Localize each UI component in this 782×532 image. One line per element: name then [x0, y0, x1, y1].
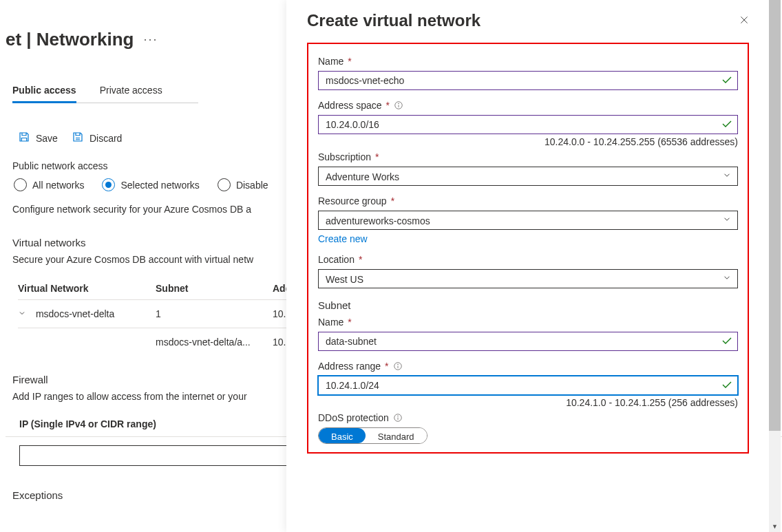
- close-icon: [739, 16, 749, 27]
- name-label-text: Name: [318, 56, 344, 67]
- vnet-table: Virtual Network Subnet Add msdocs-vnet-d…: [6, 277, 288, 356]
- scrollbar[interactable]: ▼: [769, 0, 781, 532]
- create-vnet-panel: Create virtual network Name* Address spa…: [286, 0, 770, 532]
- required-star: *: [359, 254, 362, 265]
- address-space-input[interactable]: [318, 115, 738, 134]
- required-star: *: [375, 151, 379, 162]
- subscription-value: Adventure Works: [326, 171, 399, 182]
- required-star: *: [348, 317, 351, 328]
- info-icon[interactable]: [393, 413, 403, 423]
- create-new-link[interactable]: Create new: [318, 233, 368, 244]
- subscription-select[interactable]: Adventure Works: [318, 167, 738, 186]
- checkmark-icon: [721, 380, 732, 391]
- ddos-toggle[interactable]: Basic Standard: [318, 427, 427, 444]
- radio-all-networks[interactable]: All networks: [14, 178, 84, 191]
- page-title-prefix: et: [6, 29, 21, 50]
- radio-circle-icon: [14, 178, 27, 191]
- svg-point-4: [399, 103, 399, 104]
- address-range-input[interactable]: [318, 376, 738, 395]
- save-button[interactable]: Save: [18, 131, 58, 145]
- address-range-label-text: Address range: [318, 361, 381, 372]
- address-range-hint: 10.24.1.0 - 10.24.1.255 (256 addresses): [318, 397, 738, 408]
- location-label-text: Location: [318, 254, 355, 265]
- page-title-suffix: | Networking: [21, 29, 134, 50]
- info-icon[interactable]: [393, 361, 403, 371]
- svg-point-7: [397, 364, 398, 365]
- highlight-region: Name* Address space* 10.24.0.0 - 10.24.2…: [307, 43, 749, 454]
- vnet-table-head: Virtual Network Subnet Add: [18, 277, 288, 299]
- svg-point-10: [397, 416, 398, 416]
- scroll-down-arrow[interactable]: ▼: [769, 520, 781, 532]
- radio-circle-icon: [218, 178, 231, 191]
- checkmark-icon: [721, 75, 732, 86]
- radio-all-label: All networks: [32, 180, 84, 191]
- discard-icon: [72, 131, 84, 145]
- radio-selected-networks[interactable]: Selected networks: [102, 178, 199, 191]
- location-value: West US: [326, 274, 363, 285]
- checkmark-icon: [721, 336, 732, 347]
- info-icon[interactable]: [394, 100, 403, 110]
- required-star: *: [385, 361, 388, 372]
- required-star: *: [386, 100, 390, 111]
- required-star: *: [391, 195, 394, 206]
- address-space-label: Address space*: [318, 100, 738, 111]
- page-more-button[interactable]: ···: [143, 32, 158, 47]
- ip-range-input[interactable]: [19, 445, 292, 466]
- address-space-hint: 10.24.0.0 - 10.24.255.255 (65536 address…: [318, 136, 738, 147]
- col-subnet: Subnet: [156, 283, 273, 294]
- scrollbar-thumb[interactable]: [769, 0, 781, 431]
- resource-group-label: Resource group*: [318, 195, 738, 206]
- table-row[interactable]: msdocs-vnet-delta/a... 10.2: [18, 328, 288, 356]
- discard-label: Discard: [89, 133, 122, 144]
- location-label: Location*: [318, 254, 738, 265]
- name-input[interactable]: [318, 71, 738, 90]
- resource-group-label-text: Resource group: [318, 195, 387, 206]
- radio-disabled-label: Disable: [236, 180, 268, 191]
- location-select[interactable]: West US: [318, 269, 738, 288]
- ddos-label-text: DDoS protection: [318, 412, 389, 423]
- chevron-down-icon: [18, 308, 26, 319]
- page-title: et | Networking: [6, 29, 134, 50]
- row-subnet-name: msdocs-vnet-delta/a...: [156, 337, 273, 348]
- table-row[interactable]: msdocs-vnet-delta 1 10.7: [18, 299, 288, 328]
- radio-circle-icon: [102, 178, 115, 191]
- tab-private-access[interactable]: Private access: [100, 85, 162, 103]
- tab-public-access[interactable]: Public access: [12, 85, 76, 103]
- address-space-label-text: Address space: [318, 100, 382, 111]
- resource-group-value: adventureworks-cosmos: [326, 215, 430, 226]
- subnet-heading: Subnet: [318, 299, 738, 311]
- close-button[interactable]: [739, 15, 749, 27]
- checkmark-icon: [721, 119, 732, 130]
- subnet-name-label: Name*: [318, 317, 738, 328]
- ddos-label: DDoS protection: [318, 412, 738, 423]
- address-range-label: Address range*: [318, 361, 738, 372]
- ddos-standard-option[interactable]: Standard: [366, 428, 427, 443]
- save-label: Save: [36, 133, 58, 144]
- name-label: Name*: [318, 56, 738, 67]
- radio-disabled[interactable]: Disable: [218, 178, 268, 191]
- row-subnet-count: 1: [156, 308, 273, 319]
- subnet-name-label-text: Name: [318, 317, 344, 328]
- save-icon: [18, 131, 30, 145]
- subscription-label: Subscription*: [318, 151, 738, 162]
- row-vn-name: msdocs-vnet-delta: [36, 308, 114, 319]
- resource-group-select[interactable]: adventureworks-cosmos: [318, 211, 738, 230]
- col-virtual-network: Virtual Network: [18, 283, 156, 294]
- discard-button[interactable]: Discard: [72, 131, 122, 145]
- subscription-label-text: Subscription: [318, 151, 371, 162]
- subnet-name-input[interactable]: [318, 332, 738, 351]
- radio-selected-label: Selected networks: [120, 180, 199, 191]
- panel-title: Create virtual network: [307, 11, 480, 30]
- required-star: *: [348, 56, 351, 67]
- ddos-basic-option[interactable]: Basic: [319, 428, 366, 443]
